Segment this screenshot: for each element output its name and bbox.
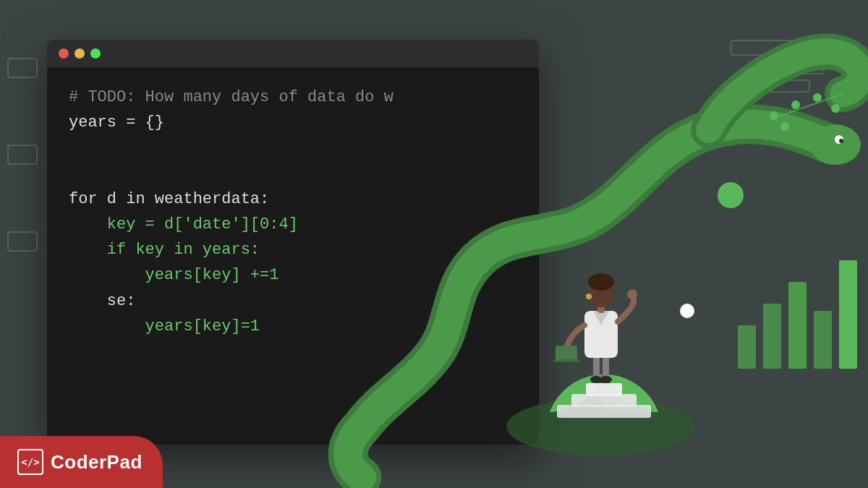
code-line-1: # TODO: How many days of data do w — [69, 85, 517, 110]
bg-rect-4 — [731, 40, 796, 56]
code-line-5: for d in weatherdata: — [69, 187, 517, 212]
code-line-9: se: — [69, 288, 517, 314]
bg-rect-5 — [781, 61, 825, 74]
code-line-3 — [69, 135, 517, 160]
code-line-8: years[key] +=1 — [69, 262, 517, 288]
window-dot-red — [59, 48, 69, 59]
bg-rect-3 — [7, 231, 38, 252]
brand-name: CoderPad — [51, 451, 142, 474]
window-dot-yellow — [75, 48, 85, 59]
bg-rect-1 — [7, 58, 38, 78]
code-line-6: key = d['date'][0:4] — [69, 212, 517, 237]
code-body: # TODO: How many days of data do w years… — [47, 67, 539, 356]
brand-badge: </> CoderPad — [0, 436, 163, 488]
code-line-4 — [69, 161, 517, 187]
code-editor-window: # TODO: How many days of data do w years… — [47, 40, 539, 445]
window-titlebar — [47, 40, 539, 67]
bg-rect-6 — [752, 80, 810, 93]
window-dot-green — [90, 48, 101, 59]
code-line-2: years = {} — [69, 110, 517, 135]
brand-icon: </> — [17, 449, 43, 475]
code-line-7: if key in years: — [69, 237, 517, 262]
code-line-10: years[key]=1 — [69, 314, 517, 339]
bg-rect-2 — [7, 145, 38, 165]
